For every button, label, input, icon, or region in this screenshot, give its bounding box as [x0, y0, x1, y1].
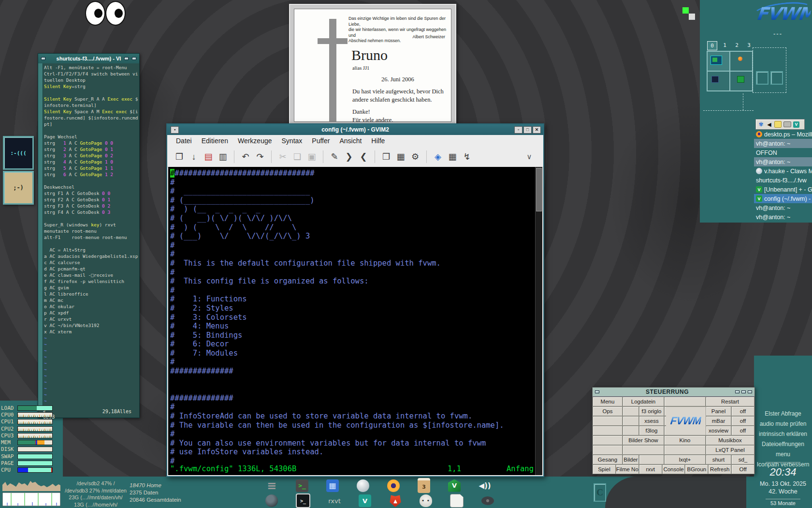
- volume-tray-icon[interactable]: ◀: [766, 121, 772, 128]
- menu-editieren[interactable]: Editieren: [197, 136, 233, 146]
- open-icon[interactable]: ❐: [172, 149, 187, 164]
- window-list-item[interactable]: vh@anton: ~: [754, 203, 812, 212]
- save-session-icon[interactable]: ▦: [393, 149, 408, 164]
- window-list-item[interactable]: vh@anton: ~: [754, 212, 812, 222]
- button-off[interactable]: Off: [731, 464, 754, 474]
- firefox-icon[interactable]: [387, 479, 400, 492]
- window-menu-icon[interactable]: [595, 390, 599, 393]
- window-list-item[interactable]: OFFON: [754, 148, 812, 157]
- menu-ansicht[interactable]: Ansicht: [334, 136, 366, 146]
- button-blank[interactable]: [593, 426, 623, 435]
- shortcuts-titlebar[interactable]: shurtcuts-f3..../.fvwm) - VI: [38, 54, 139, 63]
- find-next-icon[interactable]: ❯: [342, 149, 356, 164]
- close-icon[interactable]: ✕: [533, 126, 541, 134]
- button-blank[interactable]: [639, 455, 664, 464]
- vim-tray-icon[interactable]: V: [793, 121, 799, 128]
- start-menu-icon[interactable]: ≡: [265, 479, 278, 492]
- gvim-titlebar[interactable]: ▪ config (~/.fvwm) - GVIM2 ▫ □ ✕: [167, 124, 543, 135]
- toolbar-overflow-icon[interactable]: ∨: [522, 149, 536, 164]
- cut-icon[interactable]: ✂: [276, 149, 290, 164]
- cd-icon[interactable]: [481, 496, 494, 505]
- window-list-item[interactable]: v.hauke - Claws Ma: [754, 166, 812, 176]
- button-shurt[interactable]: shurt: [706, 455, 731, 464]
- pager-desk-1[interactable]: [730, 51, 753, 71]
- desk-number-0[interactable]: 0: [707, 41, 717, 50]
- undo-icon[interactable]: ↶: [238, 149, 253, 164]
- window-list-item[interactable]: V[Unbenannt] + - G: [754, 185, 812, 194]
- button-off[interactable]: off: [731, 406, 754, 416]
- button-lxqt-[interactable]: lxqt+: [664, 455, 706, 464]
- button-bgroun[interactable]: BGroun: [685, 464, 708, 474]
- window-list-item[interactable]: deskto.ps – Mozilla: [754, 130, 812, 139]
- gvim-launcher-icon[interactable]: V: [448, 479, 461, 492]
- maximize-icon[interactable]: □: [523, 126, 532, 134]
- menu-syntax[interactable]: Syntax: [277, 136, 307, 146]
- window-list-item[interactable]: shurtcuts-f3..../.fvw: [754, 176, 812, 185]
- volume-icon[interactable]: ◀)): [478, 479, 491, 492]
- web-moon-icon[interactable]: [265, 494, 278, 507]
- button-bilder-show[interactable]: Bilder Show: [623, 435, 664, 445]
- steuerrung-titlebar[interactable]: STEUERRUNG: [593, 388, 754, 397]
- desk-number-2[interactable]: 2: [732, 41, 741, 49]
- redo-icon[interactable]: ↷: [253, 149, 267, 164]
- calendar-icon[interactable]: 3: [418, 478, 430, 493]
- paste-icon[interactable]: ▣: [304, 149, 319, 164]
- button-blank[interactable]: [623, 445, 664, 455]
- shade-icon[interactable]: [741, 390, 746, 393]
- menu-puffer[interactable]: Puffer: [307, 136, 334, 146]
- terminal-scrollbar[interactable]: [38, 63, 43, 408]
- maximize-icon[interactable]: [132, 57, 136, 60]
- window-list-item[interactable]: vh@anton: ~: [754, 157, 812, 166]
- button-bilder[interactable]: Bilder: [623, 455, 639, 464]
- printer-tray-icon[interactable]: [783, 121, 791, 127]
- gimp-icon[interactable]: • •: [420, 494, 432, 507]
- window-list-item[interactable]: Vconfig (~/.fvwm) - G: [754, 194, 812, 203]
- color-icon[interactable]: ◈: [431, 149, 445, 164]
- button-mbar[interactable]: mBar: [706, 416, 731, 426]
- terminal-icon[interactable]: >_: [296, 479, 308, 492]
- replace-icon[interactable]: ✎: [327, 149, 342, 164]
- pager[interactable]: [707, 51, 753, 91]
- button-ops[interactable]: Ops: [593, 406, 623, 416]
- iconify-icon[interactable]: ▫: [514, 126, 522, 134]
- terminal-content[interactable]: Alt -F1, menütaste = root-MenuCtrl-F1/F2…: [44, 64, 138, 407]
- save-icon[interactable]: ↓: [187, 149, 201, 164]
- button-blank[interactable]: [623, 416, 639, 426]
- button-gesang[interactable]: Gesang: [593, 455, 623, 464]
- save-all-icon[interactable]: ▤: [201, 149, 216, 164]
- button-blank[interactable]: [623, 426, 639, 435]
- button-restart[interactable]: Restart: [706, 397, 754, 406]
- copy-icon[interactable]: ❑: [290, 149, 304, 164]
- window-list-item[interactable]: vh@anton: ~: [754, 139, 812, 148]
- button-console[interactable]: Console: [662, 464, 685, 474]
- button-xsess[interactable]: xsess: [639, 416, 664, 426]
- button-musikbox[interactable]: Musikbox: [706, 435, 754, 445]
- button-spiel[interactable]: Spiel: [593, 464, 616, 474]
- load-session-icon[interactable]: ❒: [379, 149, 393, 164]
- button-panel[interactable]: Panel: [706, 406, 731, 416]
- claws-mail-ball-icon[interactable]: [357, 479, 369, 492]
- document-icon[interactable]: [450, 494, 464, 508]
- gvim-textarea[interactable]: ################################## _____…: [168, 167, 536, 475]
- table-icon[interactable]: ▦: [445, 149, 460, 164]
- button-blank[interactable]: [664, 397, 706, 406]
- rxvt-label[interactable]: rxvt: [328, 494, 341, 507]
- macro-icon[interactable]: ↯: [460, 149, 474, 164]
- iconified-xterm-1[interactable]: :-(((: [3, 136, 34, 170]
- button-off[interactable]: off: [731, 426, 754, 435]
- button-blank[interactable]: [664, 445, 706, 455]
- pager-desk-0[interactable]: [707, 51, 730, 71]
- iconify-icon[interactable]: [124, 57, 129, 60]
- window-menu-icon[interactable]: ▪: [171, 126, 179, 134]
- desk-number-1[interactable]: 1: [720, 41, 729, 49]
- button-blank[interactable]: [623, 406, 639, 416]
- gvim-scrollbar[interactable]: [535, 167, 542, 475]
- c-launcher-icon[interactable]: C: [594, 483, 606, 502]
- menu-hilfe[interactable]: Hilfe: [366, 136, 390, 146]
- button-f3-origlo[interactable]: f3 origlo: [639, 406, 664, 416]
- button-blank[interactable]: [593, 445, 623, 455]
- iconified-xterm-2[interactable]: ;-): [3, 171, 34, 205]
- button-xosview[interactable]: xosview: [706, 426, 731, 435]
- window-menu-icon[interactable]: [41, 57, 45, 60]
- desk-numbers[interactable]: 0123: [707, 41, 754, 50]
